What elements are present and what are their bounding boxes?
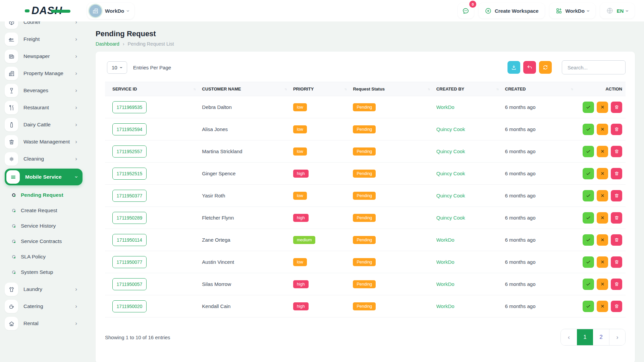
sidebar-item-waste-management[interactable]: Waste Management› xyxy=(5,134,83,149)
sidebar-item-cleaning[interactable]: Cleaning› xyxy=(5,151,83,167)
pending-request-card: 10 › Entries Per Page xyxy=(96,52,635,362)
workdo-menu-button[interactable]: WorkDo › xyxy=(549,3,596,18)
sidebar-item-dairy-cattle[interactable]: Dairy Cattle› xyxy=(5,117,83,132)
sidebar-item-catering[interactable]: Catering› xyxy=(5,299,83,314)
created-by-link[interactable]: Quincy Cook xyxy=(436,126,465,132)
delete-button[interactable] xyxy=(611,234,622,246)
bullet-icon xyxy=(12,209,15,212)
created-by-link[interactable]: WorkDo xyxy=(436,259,454,265)
breadcrumb-current: Pending Request List xyxy=(128,41,174,47)
sidebar-item-beverages[interactable]: Beverages› xyxy=(5,83,83,98)
back-button[interactable] xyxy=(523,61,536,74)
created-text: 6 months ago xyxy=(505,303,536,309)
delete-button[interactable] xyxy=(611,212,622,224)
reject-button[interactable] xyxy=(597,256,608,268)
created-by-link[interactable]: WorkDo xyxy=(436,281,454,287)
delete-button[interactable] xyxy=(611,102,622,113)
approve-button[interactable] xyxy=(583,102,594,113)
messages-button[interactable]: 0 xyxy=(458,3,474,18)
sidebar-item-property-manage[interactable]: Property Manage› xyxy=(5,66,83,81)
page-button-2[interactable]: 2 xyxy=(593,329,609,345)
sidebar-subitem-service-history[interactable]: Service History xyxy=(0,218,87,234)
approve-button[interactable] xyxy=(583,234,594,246)
sidebar-item-newspaper[interactable]: Newspaper› xyxy=(5,49,83,64)
created-by-link[interactable]: Quincy Cook xyxy=(436,171,465,176)
sidebar-subitem-pending-request[interactable]: Pending Request xyxy=(0,187,87,203)
created-by-link[interactable]: WorkDo xyxy=(436,303,454,309)
sidebar-item-courier[interactable]: Courier› xyxy=(5,21,83,30)
approve-button[interactable] xyxy=(583,301,594,312)
approve-button[interactable] xyxy=(583,190,594,201)
column-header-created-by[interactable]: CREATED BY↑↓ xyxy=(433,82,502,96)
service-id-chip[interactable]: 1711952557 xyxy=(112,145,147,158)
column-header-service-id[interactable]: SERVICE ID↑↓ xyxy=(105,82,199,96)
sort-icon: ↑↓ xyxy=(193,87,195,91)
create-workspace-button[interactable]: Create Workspace xyxy=(479,3,545,18)
reject-button[interactable] xyxy=(597,279,608,290)
created-by-link[interactable]: Quincy Cook xyxy=(436,215,465,221)
approve-button[interactable] xyxy=(583,168,594,179)
search-input[interactable] xyxy=(562,60,626,74)
reject-button[interactable] xyxy=(597,102,608,113)
created-text: 6 months ago xyxy=(505,193,536,198)
service-id-chip[interactable]: 1711969535 xyxy=(112,101,147,113)
approve-button[interactable] xyxy=(583,256,594,268)
column-header-priority[interactable]: PRIORITY↑↓ xyxy=(290,82,350,96)
delete-button[interactable] xyxy=(611,190,622,201)
reject-button[interactable] xyxy=(597,168,608,179)
column-header-customer-name[interactable]: CUSTOMER NAME↑↓ xyxy=(199,82,290,96)
sidebar-item-freight[interactable]: Freight› xyxy=(5,32,83,47)
reject-button[interactable] xyxy=(597,190,608,201)
approve-button[interactable] xyxy=(583,146,594,157)
service-id-chip[interactable]: 1711950057 xyxy=(112,278,147,290)
reject-button[interactable] xyxy=(597,234,608,246)
table-header-row: SERVICE ID↑↓CUSTOMER NAME↑↓PRIORITY↑↓Req… xyxy=(105,82,626,96)
delete-button[interactable] xyxy=(611,146,622,157)
delete-button[interactable] xyxy=(611,124,622,135)
laundry-icon xyxy=(5,283,18,296)
service-id-chip[interactable]: 1711950020 xyxy=(112,300,147,312)
service-id-chip[interactable]: 1711950114 xyxy=(112,234,147,246)
delete-button[interactable] xyxy=(611,256,622,268)
next-page-button[interactable]: › xyxy=(609,329,625,345)
export-button[interactable] xyxy=(507,61,520,74)
service-id-chip[interactable]: 1711952594 xyxy=(112,123,147,135)
refresh-button[interactable] xyxy=(539,61,552,74)
service-id-chip[interactable]: 1711950377 xyxy=(112,190,147,202)
reject-button[interactable] xyxy=(597,146,608,157)
entries-per-page-select[interactable]: 10 › xyxy=(107,61,127,74)
sidebar-subitem-create-request[interactable]: Create Request xyxy=(0,203,87,218)
reject-button[interactable] xyxy=(597,212,608,224)
delete-button[interactable] xyxy=(611,168,622,179)
sidebar-item-label: Dairy Cattle xyxy=(23,122,51,128)
created-by-link[interactable]: Quincy Cook xyxy=(436,148,465,154)
prev-page-button[interactable]: ‹ xyxy=(561,329,577,345)
sidebar-item-restaurant[interactable]: Restaurant› xyxy=(5,100,83,115)
sidebar-item-rental[interactable]: Rental› xyxy=(5,316,83,331)
service-id-chip[interactable]: 1711952515 xyxy=(112,168,147,180)
created-by-link[interactable]: Quincy Cook xyxy=(436,193,465,198)
approve-button[interactable] xyxy=(583,124,594,135)
sidebar-subitem-system-setup[interactable]: System Setup xyxy=(0,264,87,280)
sidebar-subitem-service-contracts[interactable]: Service Contracts xyxy=(0,234,87,249)
language-menu-button[interactable]: EN › xyxy=(600,3,635,18)
reject-button[interactable] xyxy=(597,124,608,135)
approve-button[interactable] xyxy=(583,279,594,290)
delete-button[interactable] xyxy=(611,301,622,312)
approve-button[interactable] xyxy=(583,212,594,224)
breadcrumb-dashboard-link[interactable]: Dashboard xyxy=(96,41,119,47)
sidebar-subitem-sla-policy[interactable]: SLA Policy xyxy=(0,249,87,264)
column-header-request-status[interactable]: Request Status↑↓ xyxy=(350,82,433,96)
reject-button[interactable] xyxy=(597,301,608,312)
created-by-link[interactable]: WorkDo xyxy=(436,237,454,243)
sidebar-item-mobile-service[interactable]: Mobile Service › xyxy=(5,169,83,185)
service-id-chip[interactable]: 1711950289 xyxy=(112,212,147,224)
page-button-1[interactable]: 1 xyxy=(577,329,593,345)
sort-icon: ↑↓ xyxy=(428,87,430,91)
created-by-link[interactable]: WorkDo xyxy=(436,104,454,110)
service-id-chip[interactable]: 1711950077 xyxy=(112,256,147,268)
delete-button[interactable] xyxy=(611,279,622,290)
sidebar-item-laundry[interactable]: Laundry› xyxy=(5,282,83,297)
column-header-created[interactable]: CREATED↑↓ xyxy=(502,82,576,96)
workspace-switcher[interactable]: WorkDo › xyxy=(87,3,134,19)
